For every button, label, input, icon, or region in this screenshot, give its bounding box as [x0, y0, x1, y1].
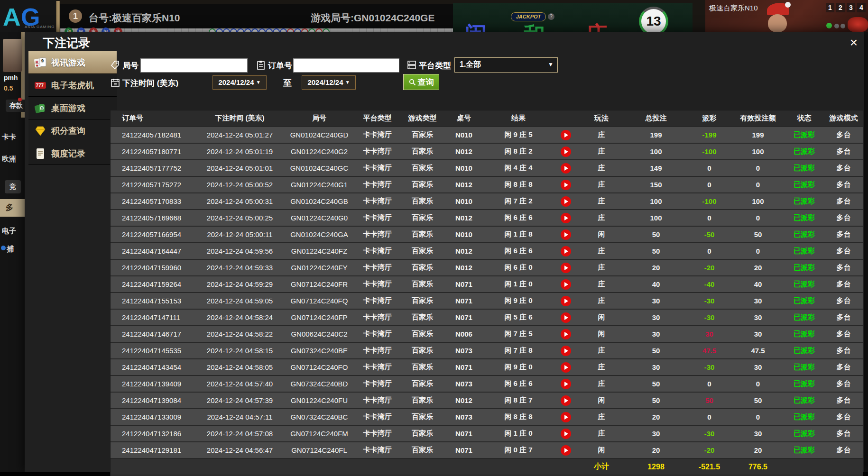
sidebar-fragment-selected[interactable]: 多: [0, 199, 25, 217]
deposit-button[interactable]: 存款: [6, 100, 25, 112]
date-to-picker[interactable]: 2024/12/24 ▼: [302, 75, 356, 90]
replay-icon[interactable]: [561, 395, 571, 406]
camera-number[interactable]: 4: [857, 3, 866, 12]
replay-icon[interactable]: [561, 213, 571, 223]
jackpot-help-icon[interactable]: ?: [548, 13, 554, 20]
replay-icon[interactable]: [561, 429, 571, 439]
cell-order-no: 241224057180771: [111, 144, 196, 159]
cell-empty: [554, 459, 578, 475]
replay-icon[interactable]: [561, 180, 571, 190]
cell-order-no: 241224047155153: [111, 293, 196, 309]
replay-icon[interactable]: [561, 130, 571, 140]
replay-icon[interactable]: [561, 146, 571, 157]
replay-icon[interactable]: [561, 362, 571, 373]
table-row: 2412240471599602024-12-24 04:59:33GN0122…: [111, 260, 863, 276]
sidebar-fragment[interactable]: 电子: [2, 227, 16, 236]
menu-item-1[interactable]: 777电子老虎机: [28, 74, 117, 97]
sidebar-fragment[interactable]: 竞: [5, 180, 21, 193]
cell-bet-time: 2024-12-24 04:57:40: [196, 376, 284, 392]
cell-table-no: N073: [445, 409, 483, 425]
menu-item-label: 电子老虎机: [51, 80, 94, 91]
player-bet-spot[interactable]: 闲: [465, 20, 487, 32]
order-filter-input[interactable]: [293, 58, 399, 73]
replay-icon[interactable]: [561, 196, 571, 207]
cell-total-bet: 30: [625, 326, 687, 342]
cell-game-mode: 多台: [824, 409, 863, 425]
replay-icon[interactable]: [561, 263, 571, 273]
replay-icon[interactable]: [561, 312, 571, 323]
replay-icon[interactable]: [561, 279, 571, 290]
cell-status: 已派彩: [784, 144, 824, 159]
cell-payout: -20: [687, 260, 732, 275]
table-row: 2412240471330092024-12-24 04:57:11GN0732…: [111, 409, 863, 426]
cell-play-type: 闲: [578, 310, 625, 325]
replay-icon[interactable]: [561, 246, 571, 256]
table-row: 2412240471455352024-12-24 04:58:15GN0732…: [111, 343, 863, 359]
subtotal-row-total-bet: 1298: [625, 459, 687, 475]
subtotal-row-label: 小计: [578, 459, 625, 475]
cell-replay: [554, 293, 578, 309]
sidebar-fragment[interactable]: 卡卡: [2, 133, 16, 142]
cell-bet-time: 2024-12-24 05:01:01: [196, 160, 284, 176]
header-status: 状态: [784, 110, 824, 126]
camera-number[interactable]: 1: [826, 3, 834, 12]
cell-status: 已派彩: [784, 227, 824, 242]
cell-game-mode: 多台: [824, 376, 863, 392]
replay-icon[interactable]: [561, 296, 571, 306]
calendar-icon: [111, 78, 120, 87]
table-row: 2412240471390842024-12-24 04:57:39GN0122…: [111, 393, 863, 409]
cell-play-type: 庄: [578, 409, 625, 425]
game-round-label: 游戏局号:GN01024C240GE: [311, 11, 434, 25]
menu-item-0[interactable]: K♥9视讯游戏: [28, 51, 117, 74]
round-filter-input[interactable]: [140, 58, 248, 73]
replay-icon[interactable]: [561, 412, 571, 422]
date-from-picker[interactable]: 2024/12/24 ▼: [212, 75, 267, 90]
menu-item-2[interactable]: $桌面游戏: [28, 97, 117, 119]
cell-empty: [824, 459, 863, 475]
sidebar-fragment[interactable]: 捕: [7, 245, 14, 254]
cell-order-no: 241224047159264: [111, 276, 196, 292]
cell-valid-bet: 0: [732, 409, 784, 425]
cell-platform: 卡卡湾厅: [355, 127, 400, 143]
table-games-icon: $: [34, 102, 46, 114]
banker-bet-spot[interactable]: 庄: [586, 20, 608, 32]
cell-total-bet: 40: [625, 276, 687, 292]
date-range-to-label: 至: [283, 77, 292, 89]
replay-icon[interactable]: [561, 329, 571, 339]
cell-valid-bet: 0: [732, 160, 784, 176]
platform-filter-label: 平台类型: [419, 60, 451, 71]
replay-icon[interactable]: [561, 379, 571, 389]
cell-play-type: 庄: [578, 193, 625, 209]
cell-order-no: 241224047159960: [111, 260, 196, 275]
cell-result: 闲 6 庄 6: [483, 210, 554, 226]
cell-platform: 卡卡湾厅: [355, 144, 400, 159]
replay-icon[interactable]: [561, 346, 571, 356]
tie-bet-spot[interactable]: 和: [523, 21, 545, 32]
cell-platform: 卡卡湾厅: [355, 376, 400, 392]
cell-play-type: 闲: [578, 227, 625, 242]
search-button[interactable]: 查询: [403, 74, 439, 90]
cell-replay: [554, 409, 578, 425]
cell-platform: 卡卡湾厅: [355, 326, 400, 342]
replay-icon[interactable]: [561, 163, 571, 174]
camera-number[interactable]: 3: [847, 3, 855, 12]
cell-game-type: 百家乐: [400, 127, 445, 143]
menu-item-4[interactable]: 额度记录: [28, 142, 117, 165]
cell-round-no: GN07124C240FP: [284, 310, 355, 325]
cell-game-type: 百家乐: [400, 260, 445, 275]
cell-total-bet: 50: [625, 243, 687, 259]
jackpot-badge: JACKPOT: [511, 12, 546, 21]
camera-number[interactable]: 2: [836, 3, 845, 12]
replay-icon[interactable]: [561, 445, 571, 456]
cell-status: 已派彩: [784, 393, 824, 408]
platform-select[interactable]: 1.全部 ▼: [454, 57, 558, 73]
countdown-timer: 13: [639, 7, 668, 32]
replay-icon[interactable]: [561, 229, 571, 240]
sidebar-fragment[interactable]: 欧洲: [2, 155, 16, 164]
video-games-icon: K♥9: [34, 57, 46, 68]
cell-payout: 0: [687, 243, 732, 259]
table-row: 2412240471551532024-12-24 04:59:05GN0712…: [111, 293, 863, 310]
bead-road: 和闲庄闲庄: [60, 28, 453, 32]
close-icon[interactable]: ×: [850, 36, 858, 49]
menu-item-3[interactable]: 积分查询: [28, 119, 117, 142]
